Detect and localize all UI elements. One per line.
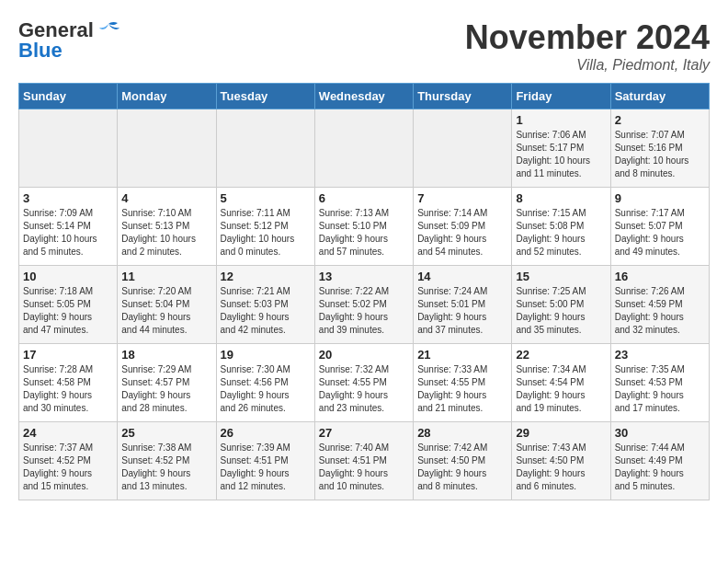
day-number: 15 bbox=[516, 270, 606, 283]
empty-cell bbox=[414, 109, 512, 188]
day-cell-24: 24Sunrise: 7:37 AM Sunset: 4:52 PM Dayli… bbox=[19, 422, 118, 500]
weekday-header-tuesday: Tuesday bbox=[216, 84, 314, 109]
day-number: 29 bbox=[516, 426, 606, 440]
day-number: 10 bbox=[23, 270, 113, 283]
day-info: Sunrise: 7:44 AM Sunset: 4:49 PM Dayligh… bbox=[615, 442, 705, 493]
day-cell-4: 4Sunrise: 7:10 AM Sunset: 5:13 PM Daylig… bbox=[118, 188, 216, 266]
day-info: Sunrise: 7:22 AM Sunset: 5:02 PM Dayligh… bbox=[319, 285, 409, 337]
day-number: 27 bbox=[319, 426, 409, 440]
day-cell-11: 11Sunrise: 7:20 AM Sunset: 5:04 PM Dayli… bbox=[118, 266, 216, 344]
day-number: 19 bbox=[221, 348, 311, 362]
day-number: 23 bbox=[615, 348, 705, 362]
day-info: Sunrise: 7:38 AM Sunset: 4:52 PM Dayligh… bbox=[121, 442, 211, 493]
day-number: 25 bbox=[121, 426, 211, 440]
day-info: Sunrise: 7:42 AM Sunset: 4:50 PM Dayligh… bbox=[417, 442, 507, 493]
day-number: 6 bbox=[319, 191, 409, 205]
day-cell-3: 3Sunrise: 7:09 AM Sunset: 5:14 PM Daylig… bbox=[19, 188, 118, 266]
day-cell-25: 25Sunrise: 7:38 AM Sunset: 4:52 PM Dayli… bbox=[118, 422, 216, 500]
day-cell-16: 16Sunrise: 7:26 AM Sunset: 4:59 PM Dayli… bbox=[610, 266, 709, 344]
week-row-4: 17Sunrise: 7:28 AM Sunset: 4:58 PM Dayli… bbox=[19, 344, 710, 422]
day-number: 28 bbox=[417, 426, 507, 440]
week-row-5: 24Sunrise: 7:37 AM Sunset: 4:52 PM Dayli… bbox=[19, 422, 710, 500]
day-number: 17 bbox=[23, 348, 113, 362]
day-cell-28: 28Sunrise: 7:42 AM Sunset: 4:50 PM Dayli… bbox=[414, 422, 512, 500]
day-info: Sunrise: 7:14 AM Sunset: 5:09 PM Dayligh… bbox=[417, 207, 507, 259]
day-cell-2: 2Sunrise: 7:07 AM Sunset: 5:16 PM Daylig… bbox=[610, 109, 709, 188]
day-info: Sunrise: 7:07 AM Sunset: 5:16 PM Dayligh… bbox=[615, 129, 705, 180]
day-info: Sunrise: 7:35 AM Sunset: 4:53 PM Dayligh… bbox=[615, 363, 705, 415]
weekday-header-friday: Friday bbox=[512, 84, 610, 109]
page-header: General Blue November 2024 Villa, Piedmo… bbox=[18, 18, 710, 74]
day-number: 7 bbox=[417, 191, 507, 205]
day-number: 26 bbox=[221, 426, 311, 440]
day-cell-14: 14Sunrise: 7:24 AM Sunset: 5:01 PM Dayli… bbox=[414, 266, 512, 344]
day-cell-27: 27Sunrise: 7:40 AM Sunset: 4:51 PM Dayli… bbox=[314, 422, 413, 500]
day-info: Sunrise: 7:43 AM Sunset: 4:50 PM Dayligh… bbox=[516, 442, 606, 493]
day-number: 1 bbox=[516, 113, 606, 127]
weekday-header-monday: Monday bbox=[118, 84, 216, 109]
day-cell-5: 5Sunrise: 7:11 AM Sunset: 5:12 PM Daylig… bbox=[216, 188, 314, 266]
day-info: Sunrise: 7:29 AM Sunset: 4:57 PM Dayligh… bbox=[121, 363, 211, 415]
day-info: Sunrise: 7:34 AM Sunset: 4:54 PM Dayligh… bbox=[516, 363, 606, 415]
empty-cell bbox=[216, 109, 314, 188]
day-number: 20 bbox=[319, 348, 409, 362]
day-info: Sunrise: 7:32 AM Sunset: 4:55 PM Dayligh… bbox=[319, 363, 409, 415]
day-number: 16 bbox=[615, 270, 705, 283]
empty-cell bbox=[118, 109, 216, 188]
day-cell-6: 6Sunrise: 7:13 AM Sunset: 5:10 PM Daylig… bbox=[314, 188, 413, 266]
day-cell-30: 30Sunrise: 7:44 AM Sunset: 4:49 PM Dayli… bbox=[610, 422, 709, 500]
day-number: 13 bbox=[319, 270, 409, 283]
day-info: Sunrise: 7:09 AM Sunset: 5:14 PM Dayligh… bbox=[23, 207, 113, 259]
day-cell-12: 12Sunrise: 7:21 AM Sunset: 5:03 PM Dayli… bbox=[216, 266, 314, 344]
day-cell-1: 1Sunrise: 7:06 AM Sunset: 5:17 PM Daylig… bbox=[512, 109, 610, 188]
day-number: 21 bbox=[417, 348, 507, 362]
weekday-header-thursday: Thursday bbox=[414, 84, 512, 109]
day-cell-13: 13Sunrise: 7:22 AM Sunset: 5:02 PM Dayli… bbox=[314, 266, 413, 344]
day-number: 4 bbox=[121, 191, 211, 205]
empty-cell bbox=[19, 109, 118, 188]
day-cell-22: 22Sunrise: 7:34 AM Sunset: 4:54 PM Dayli… bbox=[512, 344, 610, 422]
weekday-header-wednesday: Wednesday bbox=[314, 84, 413, 109]
month-title: November 2024 bbox=[465, 18, 710, 57]
day-cell-18: 18Sunrise: 7:29 AM Sunset: 4:57 PM Dayli… bbox=[118, 344, 216, 422]
day-cell-19: 19Sunrise: 7:30 AM Sunset: 4:56 PM Dayli… bbox=[216, 344, 314, 422]
logo: General Blue bbox=[18, 18, 121, 63]
day-info: Sunrise: 7:25 AM Sunset: 5:00 PM Dayligh… bbox=[516, 285, 606, 337]
day-cell-17: 17Sunrise: 7:28 AM Sunset: 4:58 PM Dayli… bbox=[19, 344, 118, 422]
day-cell-15: 15Sunrise: 7:25 AM Sunset: 5:00 PM Dayli… bbox=[512, 266, 610, 344]
day-cell-26: 26Sunrise: 7:39 AM Sunset: 4:51 PM Dayli… bbox=[216, 422, 314, 500]
day-cell-21: 21Sunrise: 7:33 AM Sunset: 4:55 PM Dayli… bbox=[414, 344, 512, 422]
weekday-header-sunday: Sunday bbox=[19, 84, 118, 109]
day-number: 11 bbox=[121, 270, 211, 283]
day-info: Sunrise: 7:40 AM Sunset: 4:51 PM Dayligh… bbox=[319, 442, 409, 493]
day-number: 12 bbox=[221, 270, 311, 283]
day-number: 3 bbox=[23, 191, 113, 205]
day-info: Sunrise: 7:20 AM Sunset: 5:04 PM Dayligh… bbox=[121, 285, 211, 337]
day-info: Sunrise: 7:24 AM Sunset: 5:01 PM Dayligh… bbox=[417, 285, 507, 337]
day-number: 8 bbox=[516, 191, 606, 205]
day-cell-10: 10Sunrise: 7:18 AM Sunset: 5:05 PM Dayli… bbox=[19, 266, 118, 344]
day-number: 22 bbox=[516, 348, 606, 362]
logo-bird-icon bbox=[96, 20, 121, 40]
day-cell-20: 20Sunrise: 7:32 AM Sunset: 4:55 PM Dayli… bbox=[314, 344, 413, 422]
day-info: Sunrise: 7:17 AM Sunset: 5:07 PM Dayligh… bbox=[615, 207, 705, 259]
day-info: Sunrise: 7:21 AM Sunset: 5:03 PM Dayligh… bbox=[221, 285, 311, 337]
week-row-3: 10Sunrise: 7:18 AM Sunset: 5:05 PM Dayli… bbox=[19, 266, 710, 344]
location-subtitle: Villa, Piedmont, Italy bbox=[465, 57, 710, 74]
day-info: Sunrise: 7:10 AM Sunset: 5:13 PM Dayligh… bbox=[121, 207, 211, 259]
empty-cell bbox=[314, 109, 413, 188]
day-cell-23: 23Sunrise: 7:35 AM Sunset: 4:53 PM Dayli… bbox=[610, 344, 709, 422]
day-number: 30 bbox=[615, 426, 705, 440]
day-cell-7: 7Sunrise: 7:14 AM Sunset: 5:09 PM Daylig… bbox=[414, 188, 512, 266]
day-number: 18 bbox=[121, 348, 211, 362]
day-cell-8: 8Sunrise: 7:15 AM Sunset: 5:08 PM Daylig… bbox=[512, 188, 610, 266]
logo-blue-text: Blue bbox=[18, 39, 63, 63]
day-info: Sunrise: 7:39 AM Sunset: 4:51 PM Dayligh… bbox=[221, 442, 311, 493]
title-block: November 2024 Villa, Piedmont, Italy bbox=[465, 18, 710, 74]
day-number: 5 bbox=[221, 191, 311, 205]
day-cell-29: 29Sunrise: 7:43 AM Sunset: 4:50 PM Dayli… bbox=[512, 422, 610, 500]
day-cell-9: 9Sunrise: 7:17 AM Sunset: 5:07 PM Daylig… bbox=[610, 188, 709, 266]
day-number: 2 bbox=[615, 113, 705, 127]
day-info: Sunrise: 7:13 AM Sunset: 5:10 PM Dayligh… bbox=[319, 207, 409, 259]
weekday-header-row: SundayMondayTuesdayWednesdayThursdayFrid… bbox=[19, 84, 710, 109]
